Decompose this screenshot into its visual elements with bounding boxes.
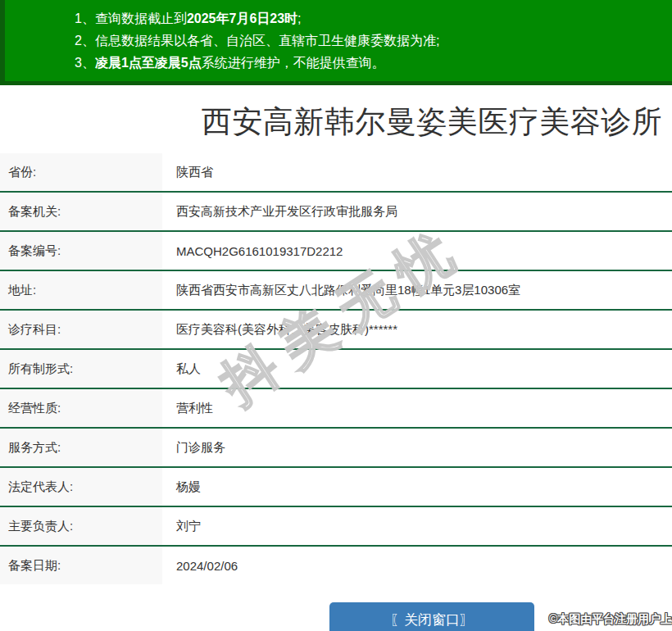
notice-line: 1、查询数据截止到2025年7月6日23时; — [75, 7, 664, 30]
row-value: 杨嫚 — [162, 468, 672, 506]
row-value: 私人 — [162, 350, 672, 388]
row-label: 备案编号: — [0, 232, 162, 270]
notice-banner: 1、查询数据截止到2025年7月6日23时; 2、信息数据结果以各省、自治区、直… — [0, 0, 672, 85]
row-value: 医疗美容科(美容外科、美容皮肤科)****** — [162, 311, 672, 348]
notice-text: 2、信息数据结果以各省、自治区、直辖市卫生健康委数据为准; — [75, 34, 439, 48]
close-window-button[interactable]: 〖关闭窗口〗 — [329, 602, 534, 631]
table-row: 所有制形式: 私人 — [0, 350, 672, 389]
table-row: 备案日期: 2024/02/06 — [0, 547, 672, 584]
notice-text: 系统进行维护，不能提供查询。 — [202, 56, 385, 70]
notice-line: 2、信息数据结果以各省、自治区、直辖市卫生健康委数据为准; — [75, 30, 664, 52]
row-value: MACQH2G6161019317D2212 — [162, 232, 672, 270]
row-value: 营利性 — [162, 389, 672, 427]
row-label: 法定代表人: — [0, 468, 162, 506]
upload-stamp: ©本图由平台注册用户上传 — [549, 612, 672, 627]
notice-text: ; — [297, 11, 301, 25]
page-title: 西安高新韩尔曼姿美医疗美容诊所 — [0, 105, 672, 139]
row-label: 备案机关: — [0, 193, 162, 230]
row-value: 西安高新技术产业开发区行政审批服务局 — [162, 193, 672, 230]
notice-text: 1、查询数据截止到 — [75, 11, 187, 25]
row-value: 门诊服务 — [162, 429, 672, 466]
row-label: 主要负责人: — [0, 507, 162, 545]
title-container: 西安高新韩尔曼姿美医疗美容诊所 — [0, 105, 672, 139]
table-row: 经营性质: 营利性 — [0, 389, 672, 429]
notice-text-bold: 凌晨1点至凌晨5点 — [95, 56, 202, 70]
row-label: 省份: — [0, 153, 162, 191]
row-value: 2024/02/06 — [162, 547, 672, 584]
table-row: 服务方式: 门诊服务 — [0, 429, 672, 468]
row-value: 陕西省西安市高新区丈八北路保利爱尚里18幢1单元3层10306室 — [162, 271, 672, 309]
table-row: 省份: 陕西省 — [0, 153, 672, 193]
table-row: 法定代表人: 杨嫚 — [0, 468, 672, 507]
row-value: 陕西省 — [162, 153, 672, 191]
table-row: 地址: 陕西省西安市高新区丈八北路保利爱尚里18幢1单元3层10306室 — [0, 271, 672, 311]
info-table: 省份: 陕西省 备案机关: 西安高新技术产业开发区行政审批服务局 备案编号: M… — [0, 153, 672, 584]
row-label: 经营性质: — [0, 389, 162, 427]
notice-line: 3、凌晨1点至凌晨5点系统进行维护，不能提供查询。 — [75, 52, 664, 74]
row-label: 所有制形式: — [0, 350, 162, 388]
table-row: 主要负责人: 刘宁 — [0, 507, 672, 547]
table-row: 诊疗科目: 医疗美容科(美容外科、美容皮肤科)****** — [0, 311, 672, 350]
table-row: 备案编号: MACQH2G6161019317D2212 — [0, 232, 672, 271]
notice-text-bold: 2025年7月6日23时 — [187, 11, 297, 25]
table-row: 备案机关: 西安高新技术产业开发区行政审批服务局 — [0, 193, 672, 232]
row-label: 备案日期: — [0, 547, 162, 584]
row-label: 诊疗科目: — [0, 311, 162, 348]
row-label: 服务方式: — [0, 429, 162, 466]
row-label: 地址: — [0, 271, 162, 309]
row-value: 刘宁 — [162, 507, 672, 545]
notice-text: 3、 — [75, 56, 95, 70]
